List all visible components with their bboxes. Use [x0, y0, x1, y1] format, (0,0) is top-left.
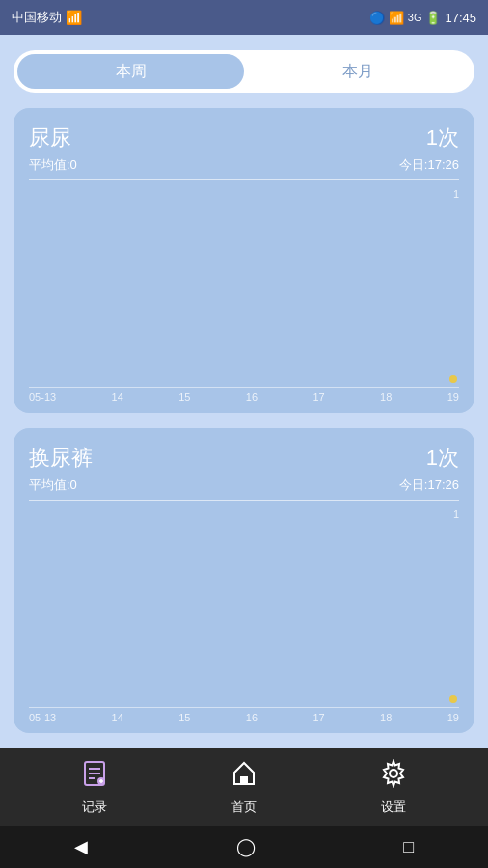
nav-settings[interactable]: 设置: [319, 759, 469, 816]
card2-count: 1次: [426, 444, 459, 473]
nav-record[interactable]: 记录: [19, 759, 169, 816]
status-right: 🔵 📶 3G 🔋 17:45: [369, 11, 476, 25]
card1-time: 今日:17:26: [399, 156, 459, 174]
card2-dot-area: 1: [29, 504, 459, 707]
card1-chart-line: [29, 387, 459, 388]
chart1-label-4: 17: [312, 392, 324, 403]
chart1-label-3: 16: [246, 392, 258, 403]
tab-month[interactable]: 本月: [244, 54, 471, 89]
svg-rect-7: [240, 776, 248, 784]
system-nav: ◀ ◯ □: [0, 826, 488, 868]
card2-chart: 1 05-13 14 15 16 17 18 19: [29, 504, 459, 733]
carrier-icon: 📶: [66, 10, 82, 25]
settings-label: 设置: [381, 799, 406, 816]
card2-count-label: 1: [453, 508, 459, 520]
signal-icon: 3G: [408, 12, 422, 23]
card2-subrow: 平均值:0 今日:17:26: [29, 476, 459, 501]
chart2-label-1: 14: [112, 712, 123, 723]
chart2-label-4: 17: [312, 712, 324, 723]
card1-count: 1次: [426, 123, 459, 152]
card2-chart-labels: 05-13 14 15 16 17 18 19: [29, 710, 459, 733]
chart2-label-6: 19: [447, 712, 459, 723]
carrier-text: 中国移动: [12, 9, 62, 26]
record-icon: [80, 759, 109, 795]
back-button[interactable]: ◀: [74, 836, 88, 857]
bt-icon: 🔵: [369, 11, 385, 25]
bottom-nav: 记录 首页 设置: [0, 748, 488, 826]
wifi-icon: 📶: [389, 11, 404, 25]
tab-week[interactable]: 本周: [17, 54, 244, 89]
tab-bar: 本周 本月: [14, 50, 474, 93]
card2-chart-line: [29, 707, 459, 708]
card1-subrow: 平均值:0 今日:17:26: [29, 156, 459, 180]
chart1-label-1: 14: [112, 392, 123, 403]
chart2-label-0: 05-13: [29, 712, 56, 723]
chart2-label-3: 16: [246, 712, 258, 723]
recents-button[interactable]: □: [403, 837, 414, 857]
nav-home[interactable]: 首页: [169, 759, 318, 816]
chart1-label-6: 19: [447, 392, 459, 403]
chart2-label-5: 18: [380, 712, 392, 723]
home-button[interactable]: ◯: [236, 836, 256, 857]
time-display: 17:45: [445, 11, 476, 25]
chart1-label-0: 05-13: [29, 392, 56, 403]
card2-header: 换尿裤 1次: [29, 444, 459, 473]
battery-icon: 🔋: [425, 11, 441, 25]
home-icon: [230, 759, 258, 795]
main-content: 本周 本月 尿尿 1次 平均值:0 今日:17:26 1 05-13 14 15…: [0, 35, 488, 748]
chart2-label-2: 15: [178, 712, 190, 723]
home-label: 首页: [231, 799, 257, 816]
card1-title: 尿尿: [29, 123, 71, 152]
card1-chart: 1 05-13 14 15 16 17 18 19: [29, 184, 459, 413]
card1-avg: 平均值:0: [29, 156, 77, 174]
card2-avg: 平均值:0: [29, 476, 77, 494]
chart1-label-2: 15: [178, 392, 190, 403]
card1-chart-labels: 05-13 14 15 16 17 18 19: [29, 390, 459, 413]
settings-icon: [379, 759, 408, 795]
status-left: 中国移动 📶: [12, 9, 82, 26]
card-diaper: 换尿裤 1次 平均值:0 今日:17:26 1 05-13 14 15 16 1…: [14, 428, 474, 733]
card2-time: 今日:17:26: [399, 476, 459, 494]
svg-point-8: [390, 770, 397, 777]
card1-count-label: 1: [453, 188, 459, 200]
chart1-label-5: 18: [380, 392, 392, 403]
record-label: 记录: [82, 799, 107, 816]
status-bar: 中国移动 📶 🔵 📶 3G 🔋 17:45: [0, 0, 488, 35]
card1-dot-area: 1: [29, 184, 459, 387]
card2-title: 换尿裤: [29, 444, 93, 473]
card2-data-dot: [449, 695, 457, 703]
card1-data-dot: [449, 375, 457, 383]
card1-header: 尿尿 1次: [29, 123, 459, 152]
card-urine: 尿尿 1次 平均值:0 今日:17:26 1 05-13 14 15 16 17…: [14, 108, 474, 413]
